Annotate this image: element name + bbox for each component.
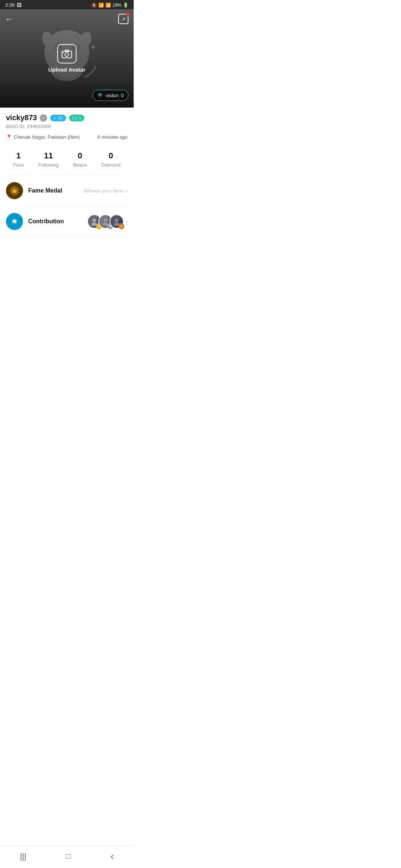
following-value: 11	[44, 151, 53, 161]
svg-point-14	[92, 218, 96, 222]
contrib-chevron-icon: ›	[126, 218, 128, 225]
beans-label: Beans	[73, 162, 87, 168]
signal-icon: 📶	[105, 3, 111, 8]
location-row: 📍 Chenab Nagar, Pakistan (0km) 8 minutes…	[6, 134, 128, 140]
svg-point-8	[65, 53, 69, 56]
contribution-title: Contribution	[28, 218, 82, 225]
svg-point-18	[115, 218, 118, 222]
fame-medal-row[interactable]: Fame Medal Witness your fame ›	[0, 175, 134, 206]
profile-info: vicky873 ✓ ♂ 31 Lv. 1 BIGO ID: 244603300…	[0, 108, 134, 175]
fame-medal-action[interactable]: Witness your fame ›	[84, 187, 128, 194]
status-bar: 2:39 🖼 🔇 📶 📶 19% 🔋	[0, 0, 134, 9]
visitor-badge: 👁 visitor: 0	[92, 90, 128, 101]
share-icon: ↗	[121, 16, 125, 22]
following-label: Following	[38, 162, 59, 168]
svg-rect-10	[63, 52, 64, 53]
beans-value: 0	[78, 151, 82, 161]
svg-text:✦: ✦	[89, 42, 97, 52]
stat-fans[interactable]: 1 Fans	[13, 151, 24, 168]
username-row: vicky873 ✓ ♂ 31 Lv. 1	[6, 114, 128, 122]
location-text-value: Chenab Nagar, Pakistan (0km)	[14, 134, 80, 140]
level-text: Lv. 1	[72, 115, 81, 121]
fame-medal-icon	[6, 182, 23, 199]
camera-icon-wrap	[57, 44, 76, 63]
stat-following[interactable]: 11 Following	[38, 151, 59, 168]
stat-diamond[interactable]: 0 Diamond	[101, 151, 121, 168]
age-value: 31	[58, 115, 63, 121]
contribution-avatars-area: 1 2 3 ›	[87, 214, 128, 228]
location-pin-icon: 📍	[6, 134, 12, 140]
gallery-icon: 🖼	[17, 2, 22, 8]
fans-label: Fans	[13, 162, 24, 168]
mute-icon: 🔇	[91, 3, 97, 8]
back-button[interactable]: ←	[5, 14, 13, 24]
battery-icon: 🔋	[123, 3, 128, 8]
gender-icon: ♂	[53, 115, 56, 121]
upload-avatar-area[interactable]: Upload Avatar	[48, 44, 86, 73]
eye-icon: 👁	[97, 92, 103, 99]
bigo-id-label: BIGO ID:	[6, 124, 26, 129]
upload-avatar-label: Upload Avatar	[48, 66, 86, 73]
cover-area: ✦ ← ↗ Up	[0, 9, 134, 108]
contrib-avatar-3: 3	[110, 214, 124, 228]
battery-percent: 19%	[113, 3, 121, 8]
fans-value: 1	[16, 151, 21, 161]
status-time: 2:39	[5, 2, 14, 8]
fame-medal-title: Fame Medal	[28, 187, 78, 194]
rank-3-badge: 3	[118, 223, 124, 229]
contribution-icon	[6, 213, 23, 230]
share-button[interactable]: ↗	[118, 14, 128, 24]
notification-dot	[126, 13, 130, 16]
chevron-right-icon: ›	[126, 187, 128, 194]
gender-age-badge: ♂ 31	[50, 115, 66, 121]
witness-text: Witness your fame	[84, 188, 124, 194]
diamond-value: 0	[108, 151, 113, 161]
svg-point-16	[104, 218, 107, 222]
bigo-id-value: 244603300	[27, 124, 51, 129]
verified-badge: ✓	[40, 114, 47, 122]
svg-rect-7	[62, 51, 72, 58]
diamond-label: Diamond	[101, 162, 121, 168]
stats-row: 1 Fans 11 Following 0 Beans 0 Diamond	[6, 147, 128, 175]
last-seen: 8 minutes ago	[97, 134, 128, 140]
bigo-id-row: BIGO ID: 244603300	[6, 124, 128, 129]
level-badge: Lv. 1	[69, 115, 84, 121]
stat-beans[interactable]: 0 Beans	[73, 151, 87, 168]
visitor-count: visitor: 0	[106, 93, 124, 98]
contribution-row[interactable]: Contribution 1 2	[0, 206, 134, 237]
contribution-avatars: 1 2 3	[87, 214, 124, 228]
username: vicky873	[6, 114, 37, 122]
wifi-icon: 📶	[98, 3, 104, 8]
